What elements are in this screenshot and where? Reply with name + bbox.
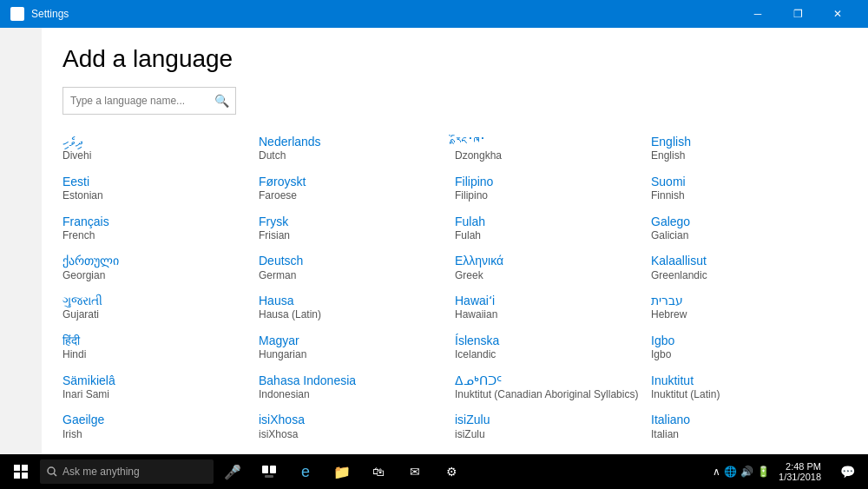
file-explorer-icon[interactable]: 📁	[325, 454, 359, 489]
lang-native-name: ქართული	[62, 253, 248, 268]
lang-native-name: Hawaiʻi	[455, 293, 641, 308]
lang-english-name: German	[259, 269, 444, 283]
lang-english-name: Irish	[62, 428, 248, 442]
mail-icon[interactable]: ✉	[398, 454, 432, 489]
task-view-icon[interactable]	[252, 454, 286, 489]
language-item[interactable]: Magyar Hungarian	[259, 327, 455, 367]
language-item[interactable]: Ελληνικά Greek	[455, 248, 651, 287]
lang-english-name: Frisian	[259, 229, 444, 243]
power-icon[interactable]: 🔋	[757, 466, 770, 478]
search-icon[interactable]: 🔍	[207, 87, 235, 115]
lang-english-name: Hungarian	[259, 348, 444, 362]
lang-native-name: ދިވެހި	[62, 134, 248, 149]
title-bar-controls: ─ ❐ ✕	[738, 0, 858, 28]
taskbar-left: Ask me anything 🎤 e 📁 🛍 ✉ ⚙	[3, 454, 469, 489]
lang-native-name: Eesti	[62, 174, 248, 189]
lang-native-name: Magyar	[259, 333, 444, 348]
language-grid: ދިވެހި Divehi Nederlands Dutch རྫོང་ཁ་ D…	[62, 129, 847, 446]
language-item[interactable]: Deutsch German	[259, 248, 455, 287]
language-item[interactable]: Sämikielâ Inari Sami	[62, 367, 259, 407]
language-item[interactable]: Igbo Igbo	[651, 327, 847, 367]
language-item[interactable]: Frysk Frisian	[259, 208, 455, 248]
language-item[interactable]: རྫོང་ཁ་ Dzongkha	[455, 129, 651, 169]
lang-native-name: Sämikielâ	[62, 373, 248, 388]
lang-english-name: English	[651, 149, 837, 163]
start-button[interactable]	[3, 454, 38, 489]
language-item[interactable]: Føroyskt Faroese	[259, 169, 455, 208]
close-button[interactable]: ✕	[818, 0, 858, 28]
language-item[interactable]: Suomi Finnish	[651, 169, 847, 208]
lang-native-name: Galego	[651, 214, 837, 229]
cortana-icon[interactable]: 🎤	[215, 454, 250, 489]
svg-rect-9	[265, 475, 273, 478]
language-item[interactable]: Hawaiʻi Hawaiian	[455, 287, 651, 327]
search-input[interactable]	[63, 95, 207, 107]
settings-taskbar-icon[interactable]: ⚙	[434, 454, 469, 489]
lang-native-name: Inuktitut	[651, 373, 837, 388]
language-item[interactable]: English English	[651, 129, 847, 169]
language-item[interactable]: ދިވެހި Divehi	[62, 129, 259, 169]
clock-date: 1/31/2018	[779, 472, 821, 482]
page-content: Add a language 🔍 ދިވެހި Divehi Nederland…	[42, 28, 868, 454]
lang-english-name: Georgian	[62, 269, 248, 283]
language-item[interactable]: Galego Galician	[651, 208, 847, 248]
lang-native-name: ᐃᓄᒃᑎᑐᑦ	[455, 373, 641, 388]
language-item[interactable]: Nederlands Dutch	[259, 129, 455, 169]
minimize-button[interactable]: ─	[738, 0, 778, 28]
taskbar-clock[interactable]: 2:48 PM 1/31/2018	[773, 461, 826, 482]
system-tray: ∧ 🌐 🔊 🔋	[713, 466, 770, 478]
language-item[interactable]: Gaeilge Irish	[62, 406, 259, 446]
lang-english-name: Hawaiian	[455, 308, 641, 322]
language-item[interactable]: Eesti Estonian	[62, 169, 259, 208]
svg-point-0	[16, 12, 19, 16]
lang-english-name: Igbo	[651, 348, 837, 362]
lang-english-name: Divehi	[62, 149, 248, 163]
language-item[interactable]: Italiano Italian	[651, 406, 847, 446]
language-item[interactable]: Kalaallisut Greenlandic	[651, 248, 847, 287]
lang-native-name: ગુજરાતી	[62, 293, 248, 308]
language-item[interactable]: Fulah Fulah	[455, 208, 651, 248]
lang-native-name: Fulah	[455, 214, 641, 229]
lang-english-name: Greenlandic	[651, 269, 837, 283]
language-item[interactable]: ᐃᓄᒃᑎᑐᑦ Inuktitut (Canadian Aboriginal Sy…	[455, 367, 651, 407]
lang-english-name: Faroese	[259, 189, 444, 203]
language-item[interactable]: ქართული Georgian	[62, 248, 259, 287]
language-item[interactable]: Inuktitut Inuktitut (Latin)	[651, 367, 847, 407]
language-item[interactable]: हिंदी Hindi	[62, 327, 259, 367]
page-title: Add a language	[62, 45, 847, 73]
svg-line-6	[54, 473, 56, 476]
taskbar-search[interactable]: Ask me anything	[40, 459, 214, 484]
svg-rect-4	[22, 472, 28, 479]
language-item[interactable]: isiZulu isiZulu	[455, 406, 651, 446]
lang-native-name: Italiano	[651, 412, 837, 427]
lang-english-name: isiZulu	[455, 428, 641, 442]
chevron-icon[interactable]: ∧	[713, 466, 720, 478]
store-icon[interactable]: 🛍	[361, 454, 396, 489]
network-icon[interactable]: 🌐	[724, 466, 737, 478]
restore-button[interactable]: ❐	[778, 0, 818, 28]
language-item[interactable]: Français French	[62, 208, 259, 248]
volume-icon[interactable]: 🔊	[740, 466, 753, 478]
notifications-icon[interactable]: 💬	[830, 454, 865, 489]
language-item[interactable]: ગુજરાતી Gujarati	[62, 287, 259, 327]
taskbar-right: ∧ 🌐 🔊 🔋 2:48 PM 1/31/2018 💬	[713, 454, 865, 489]
language-item[interactable]: Hausa Hausa (Latin)	[259, 287, 455, 327]
lang-native-name: Hausa	[259, 293, 444, 308]
language-item[interactable]: Íslenska Icelandic	[455, 327, 651, 367]
lang-english-name: Estonian	[62, 189, 248, 203]
lang-native-name: हिंदी	[62, 333, 248, 348]
lang-english-name: Inuktitut (Latin)	[651, 388, 837, 402]
language-item[interactable]: Filipino Filipino	[455, 169, 651, 208]
lang-native-name: Kalaallisut	[651, 253, 837, 268]
search-box[interactable]: 🔍	[62, 87, 236, 115]
lang-native-name: isiZulu	[455, 412, 641, 427]
lang-native-name: Ελληνικά	[455, 253, 641, 268]
edge-icon[interactable]: e	[288, 454, 323, 489]
language-item[interactable]: עברית Hebrew	[651, 287, 847, 327]
settings-app-icon	[10, 7, 24, 21]
language-item[interactable]: isiXhosa isiXhosa	[259, 406, 455, 446]
lang-english-name: Hindi	[62, 348, 248, 362]
lang-english-name: French	[62, 229, 248, 243]
language-item[interactable]: Bahasa Indonesia Indonesian	[259, 367, 455, 407]
svg-rect-2	[22, 465, 28, 471]
